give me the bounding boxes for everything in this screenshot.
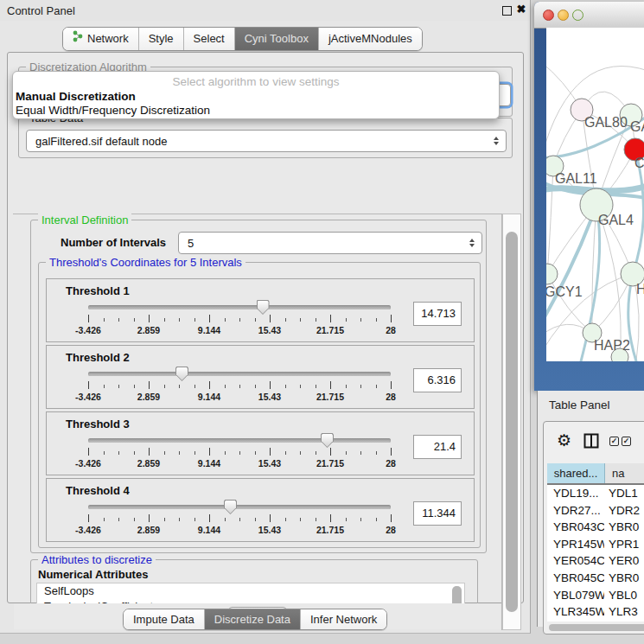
table-row[interactable]: YBL079WYBL0 — [547, 587, 644, 604]
table-rows: YDL19...YDL1YDR27...YDR2YBR043CYBR0YPR14… — [547, 485, 644, 622]
slider-track[interactable] — [88, 505, 391, 509]
tab-jactivemnodules-label: jActiveMNodules — [328, 28, 412, 50]
tick-label: 21.715 — [316, 325, 344, 335]
threshold-2-slider: -3.4262.8599.14415.4321.71528 — [88, 370, 391, 408]
slider-tick-labels: -3.4262.8599.14415.4321.71528 — [88, 392, 391, 404]
number-of-intervals-combo[interactable]: 5 — [178, 232, 482, 254]
screen: Control Panel ✖ Network Style — [0, 0, 644, 644]
settings-scroll-viewport: Interval Definition Number of Intervals … — [13, 214, 502, 630]
slider-thumb[interactable] — [321, 433, 334, 448]
algorithm-dropdown-popup: Select algorithm to view settings Manual… — [12, 71, 500, 119]
attributes-group-title: Attributes to discretize — [38, 553, 156, 566]
tick-label: -3.426 — [75, 325, 101, 335]
close-icon[interactable]: ✖ — [515, 2, 527, 17]
thresholds-group-title: Threshold's Coordinates for 5 Intervals — [46, 256, 245, 269]
table-row[interactable]: YDR27...YDR2 — [547, 502, 644, 520]
tick-label: -3.426 — [75, 525, 101, 535]
threshold-4-slider: -3.4262.8599.14415.4321.71528 — [88, 503, 391, 541]
column-header-shared-name[interactable]: shared... — [547, 463, 605, 483]
network-tab-icon — [73, 28, 83, 50]
tab-style[interactable]: Style — [139, 28, 184, 50]
top-tab-strip: Network Style Select Cyni Toolbox jActiv… — [62, 27, 423, 51]
slider-ticks — [88, 448, 391, 456]
threshold-2-block: Threshold 2 -3.4262.8599.14415.4321.7152… — [46, 345, 475, 409]
number-of-intervals-label: Number of Intervals — [61, 236, 166, 249]
table-data-combo[interactable]: galFiltered.sif default node — [26, 130, 507, 152]
tick-label: 2.859 — [137, 525, 160, 535]
network-edge[interactable] — [547, 166, 553, 274]
table-toolbar: ⚙ ✓ ✓ — [544, 422, 644, 462]
node-label: GAL80 — [584, 115, 628, 130]
threshold-4-value-field[interactable]: 11.344 — [413, 501, 462, 526]
table-row[interactable]: YLR345WYLR3 — [547, 603, 644, 621]
checkbox-icon[interactable]: ✓ — [622, 437, 631, 446]
tab-cyni-toolbox-label: Cyni Toolbox — [245, 28, 309, 50]
table-row[interactable]: YPR145WYPR1 — [547, 536, 644, 553]
popup-option-equal-width-frequency[interactable]: Equal Width/Frequency Discretization — [16, 104, 210, 117]
threshold-3-slider: -3.4262.8599.14415.4321.71528 — [88, 437, 391, 475]
tick-label: 15.43 — [258, 458, 281, 469]
tab-select-label: Select — [194, 28, 225, 50]
network-window-titlebar — [534, 2, 644, 29]
tab-impute-data[interactable]: Impute Data — [124, 609, 205, 629]
slider-ticks — [88, 315, 391, 323]
tab-network[interactable]: Network — [63, 28, 139, 50]
cyni-toolbox-panel: Discretization Algorithm Table Data galF… — [7, 52, 524, 603]
tab-discretize-data[interactable]: Discretize Data — [205, 609, 301, 629]
gear-icon[interactable]: ⚙ — [557, 430, 571, 451]
node-label: GCY1 — [546, 284, 583, 299]
stepper-arrows-icon — [469, 239, 475, 247]
minimize-traffic-light[interactable] — [558, 10, 569, 21]
popup-option-manual-discretization[interactable]: Manual Discretization — [16, 90, 136, 103]
zoom-traffic-light[interactable] — [572, 10, 583, 21]
tick-label: 9.144 — [198, 525, 220, 535]
numerical-attributes-label: Numerical Attributes — [38, 568, 148, 581]
tab-infer-network[interactable]: Infer Network — [301, 609, 386, 629]
threshold-1-block: Threshold 1 -3.4262.8599.14415.4321.7152… — [46, 278, 475, 342]
threshold-1-label: Threshold 1 — [66, 284, 130, 297]
attribute-item[interactable]: SelfLoops — [37, 583, 464, 599]
slider-track[interactable] — [88, 305, 391, 309]
network-node[interactable] — [546, 264, 558, 284]
window-title: Control Panel — [7, 4, 75, 17]
tick-label: 9.144 — [198, 392, 220, 402]
table-row[interactable]: YER054CYER0 — [547, 552, 644, 570]
checkbox-icon[interactable]: ✓ — [609, 437, 619, 446]
bottom-tab-strip: Impute Data Discretize Data Infer Networ… — [123, 609, 387, 630]
slider-thumb[interactable] — [175, 367, 188, 381]
slider-ticks — [88, 381, 391, 390]
table-horizontal-scrollbar[interactable] — [549, 624, 644, 631]
table-row[interactable]: YBR043CYBR0 — [547, 519, 644, 536]
tab-select[interactable]: Select — [184, 28, 235, 50]
network-canvas[interactable]: GAL80GACGAL11GAL4GCY1HHAP2 — [546, 28, 644, 361]
table-row[interactable]: YDL19...YDL1 — [547, 485, 644, 502]
column-header-name[interactable]: na — [605, 463, 644, 483]
network-graph: GAL80GACGAL11GAL4GCY1HHAP2 — [546, 28, 644, 361]
table-row[interactable]: YBR045CYBR0 — [547, 570, 644, 587]
slider-thumb[interactable] — [257, 300, 270, 315]
tick-label: 28 — [386, 325, 396, 335]
node-label: C — [634, 156, 644, 170]
main-vertical-scrollbar[interactable] — [502, 214, 521, 630]
table-row[interactable]: YIL052CYIL0 — [547, 621, 644, 622]
slider-track[interactable] — [88, 438, 391, 443]
threshold-1-value-field[interactable]: 14.713 — [413, 302, 462, 326]
close-traffic-light[interactable] — [543, 10, 554, 21]
tick-label: 15.43 — [258, 325, 281, 335]
tab-cyni-toolbox[interactable]: Cyni Toolbox — [235, 28, 319, 50]
stepper-arrows-icon — [494, 137, 499, 145]
slider-thumb[interactable] — [224, 500, 237, 514]
tick-label: 15.43 — [258, 525, 281, 535]
threshold-2-value-field[interactable]: 6.316 — [413, 368, 462, 392]
slider-track[interactable] — [88, 372, 391, 376]
threshold-3-value-field[interactable]: 21.4 — [413, 435, 462, 459]
scrollbar-thumb[interactable] — [506, 232, 518, 612]
threshold-2-label: Threshold 2 — [66, 351, 130, 364]
float-window-icon[interactable] — [502, 6, 512, 16]
tab-discretize-data-label: Discretize Data — [214, 609, 290, 629]
node-label: H — [636, 282, 644, 296]
split-columns-icon[interactable] — [583, 433, 599, 452]
tab-jactivemnodules[interactable]: jActiveMNodules — [319, 28, 422, 50]
network-view-window: GAL80GACGAL11GAL4GCY1HHAP2 — [534, 2, 644, 391]
threshold-1-slider: -3.4262.8599.14415.4321.71528 — [88, 303, 391, 341]
